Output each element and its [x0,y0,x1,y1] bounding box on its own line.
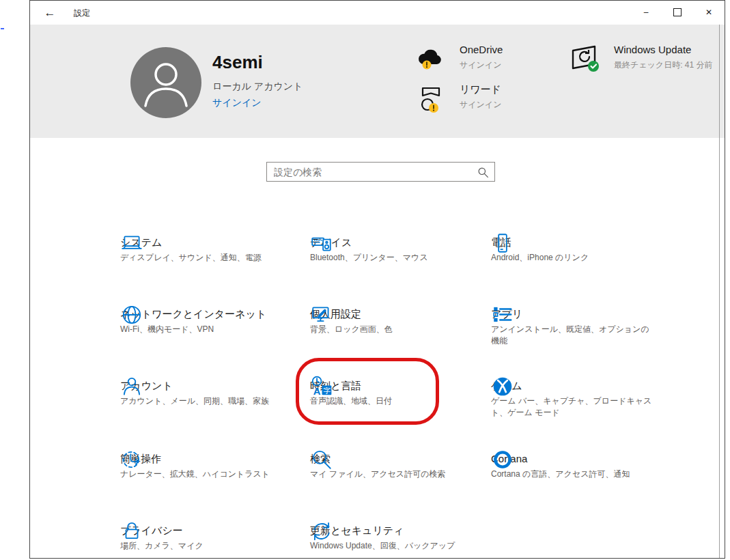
tile-title: 時刻と言語 [310,379,487,393]
settings-tile-privacy[interactable]: プライバシー 場所、カメラ、マイク [120,512,289,552]
tile-title: アプリ [491,307,654,321]
person-avatar-icon [130,47,201,118]
onedrive-cloud-icon [415,45,446,75]
tile-title: システム [120,236,296,249]
cortana-icon [491,448,514,471]
user-name: 4semi [212,52,263,73]
tile-subtitle: 音声認識、地域、日付 [310,395,487,407]
header-band: 4semi ローカル アカウント サインイン OneDrive サインイン [30,25,725,138]
tile-title: ゲーム [491,379,657,393]
settings-tile-system[interactable]: システム ディスプレイ、サウンド、通知、電源 [120,223,296,264]
tile-subtitle: Bluetooth、プリンター、マウス [310,252,489,264]
settings-tile-network[interactable]: ネットワークとインターネット Wi-Fi、機内モード、VPN [120,295,299,335]
settings-tile-devices[interactable]: デバイス Bluetooth、プリンター、マウス [310,223,489,264]
devices-icon [310,232,333,255]
user-signin-link[interactable]: サインイン [212,97,262,109]
tile-title: デバイス [310,236,489,249]
tile-subtitle: アンインストール、既定値、オプションの機能 [491,324,654,347]
search-icon [477,167,489,181]
settings-tile-apps[interactable]: アプリ アンインストール、既定値、オプションの機能 [491,295,654,347]
tile-subtitle: ディスプレイ、サウンド、通知、電源 [120,252,296,264]
time-language-icon: A字 [310,375,333,398]
rewards-item[interactable]: リワード サインイン [460,83,542,111]
account-type-label: ローカル アカウント [212,81,303,93]
tile-title: アカウント [120,379,292,393]
window-title: 設定 [74,8,90,19]
tile-title: 簡単操作 [120,452,303,466]
settings-tile-personalization[interactable]: 個人用設定 背景、ロック画面、色 [310,295,486,335]
settings-window: ← 設定 – ✕ 4semi ローカル アカウント サインイン [29,0,725,559]
tile-subtitle: Cortana の言語、アクセス許可、通知 [491,468,649,480]
rewards-status: サインイン [460,99,542,111]
tile-subtitle: アカウント、メール、同期、職場、家族 [120,395,292,407]
tile-title: Cortana [491,452,649,466]
settings-tile-cortana[interactable]: Cortana Cortana の言語、アクセス許可、通知 [491,440,649,480]
maximize-button[interactable] [662,1,693,24]
laptop-icon [120,232,143,255]
stray-mark [1,28,4,29]
settings-tile-time-language[interactable]: A字 時刻と言語 音声認識、地域、日付 [310,367,487,407]
globe-icon [120,303,143,326]
settings-tile-search[interactable]: 検索 マイ ファイル、アクセス許可の検索 [310,440,489,480]
xbox-icon [491,375,514,398]
maximize-icon [673,8,682,16]
onedrive-status: サインイン [460,59,542,71]
svg-text:字: 字 [323,387,331,395]
onedrive-title: OneDrive [460,44,542,56]
tile-subtitle: ゲーム バー、キャプチャ、ブロードキャスト、ゲーム モード [491,395,657,419]
close-button[interactable]: ✕ [693,1,725,24]
svg-text:A: A [313,386,321,397]
search-icon [310,448,333,471]
tile-title: 個人用設定 [310,307,486,321]
refresh-icon [310,520,333,543]
rewards-title: リワード [460,83,542,96]
settings-tile-phone[interactable]: 電話 Android、iPhone のリンク [491,223,660,264]
settings-search-box [266,162,495,182]
tile-subtitle: Wi-Fi、機内モード、VPN [120,324,299,335]
tile-subtitle: 場所、カメラ、マイク [120,540,289,552]
settings-tile-gaming[interactable]: ゲーム ゲーム バー、キャプチャ、ブロードキャスト、ゲーム モード [491,367,657,419]
back-button[interactable]: ← [40,4,60,22]
avatar[interactable] [130,47,201,118]
windows-update-status: 最終チェック日時: 41 分前 [614,59,725,71]
tile-subtitle: マイ ファイル、アクセス許可の検索 [310,468,489,480]
rewards-medal-icon [417,86,445,119]
tile-title: 電話 [491,236,660,249]
windows-update-title: Windows Update [614,44,725,56]
windows-update-icon [567,44,602,76]
personalization-icon [310,303,333,326]
minimize-button[interactable]: – [630,1,662,24]
tile-subtitle: ナレーター、拡大鏡、ハイコントラスト [120,468,303,480]
tile-subtitle: 背景、ロック画面、色 [310,324,486,335]
tile-title: プライバシー [120,524,289,537]
person-icon [120,375,143,398]
tile-title: ネットワークとインターネット [120,307,299,321]
title-bar: ← 設定 – ✕ [30,1,725,25]
settings-tile-update-security[interactable]: 更新とセキュリティ Windows Update、回復、バックアップ [310,512,464,552]
settings-tile-accounts[interactable]: アカウント アカウント、メール、同期、職場、家族 [120,367,292,407]
tile-title: 検索 [310,452,489,466]
apps-list-icon [491,303,514,326]
windows-update-item[interactable]: Windows Update 最終チェック日時: 41 分前 [614,44,725,71]
tile-subtitle: Android、iPhone のリンク [491,252,660,264]
scrollbar[interactable] [719,25,720,558]
lock-icon [120,520,143,543]
settings-tile-ease-of-access[interactable]: 簡単操作 ナレーター、拡大鏡、ハイコントラスト [120,440,303,480]
search-input[interactable] [267,163,494,181]
onedrive-item[interactable]: OneDrive サインイン [460,44,542,71]
phone-icon [491,232,514,255]
ease-of-access-icon [120,448,143,471]
